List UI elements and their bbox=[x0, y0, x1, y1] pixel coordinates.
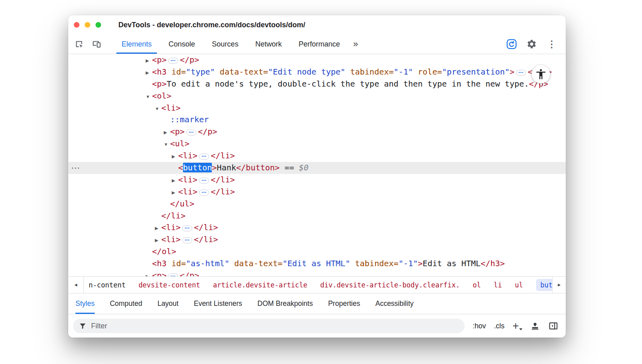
dom-tree-row-selected[interactable]: ⋯<button>Hank</button> == $0 bbox=[68, 162, 566, 174]
code-token-val: "type" bbox=[186, 67, 215, 77]
expand-ellipsis-icon[interactable]: ••• bbox=[182, 225, 192, 231]
tab-computed[interactable]: Computed bbox=[110, 293, 142, 314]
dom-tree-row[interactable]: ▼<li> bbox=[68, 102, 566, 114]
window-title: DevTools - developer.chrome.com/docs/dev… bbox=[118, 21, 305, 29]
devtools-window: DevTools - developer.chrome.com/docs/dev… bbox=[68, 15, 566, 338]
expand-ellipsis-icon[interactable]: ••• bbox=[199, 178, 209, 184]
dom-tree-row[interactable]: <p>To edit a node's type, double-click t… bbox=[68, 78, 566, 90]
code-token-tag: <li> bbox=[161, 103, 181, 113]
settings-gear-icon[interactable] bbox=[526, 34, 538, 54]
dom-tree-row[interactable]: </ol> bbox=[68, 246, 566, 258]
disclosure-right-icon[interactable]: ▶ bbox=[172, 151, 178, 163]
element-classes-button[interactable]: .cls bbox=[494, 322, 504, 330]
more-panels-icon[interactable]: » bbox=[349, 34, 362, 54]
dom-tree-row[interactable]: ▶<li>•••</li> bbox=[68, 150, 566, 162]
dom-tree-row[interactable]: ▶<li>•••</li> bbox=[68, 234, 566, 246]
row-more-actions-icon[interactable]: ⋯ bbox=[71, 162, 80, 174]
dom-tree-row[interactable]: </li> bbox=[68, 210, 566, 222]
dom-tree-row[interactable]: </ul> bbox=[68, 198, 566, 210]
code-token-tag: <p> bbox=[152, 271, 167, 276]
disclosure-down-icon[interactable]: ▼ bbox=[146, 91, 152, 103]
breadcrumb-item-ol[interactable]: ol bbox=[473, 281, 481, 289]
code-token-tag: <ul> bbox=[170, 139, 189, 148]
main-toolbar: ElementsConsoleSourcesNetworkPerformance… bbox=[68, 34, 566, 54]
code-token-attr: data-text= bbox=[230, 259, 282, 268]
breadcrumb-item-ul[interactable]: ul bbox=[515, 281, 523, 289]
dom-tree-row[interactable]: ▶<li>•••</li> bbox=[68, 222, 566, 234]
dom-tree-row[interactable]: ▶<p>•••</p> bbox=[68, 270, 566, 276]
disclosure-right-icon[interactable]: ▶ bbox=[155, 222, 161, 235]
rendering-emulations-icon[interactable] bbox=[530, 321, 540, 331]
dom-tree-row[interactable]: ▼<ol> bbox=[68, 90, 566, 102]
minimize-button[interactable] bbox=[85, 22, 90, 28]
expand-ellipsis-icon[interactable]: ••• bbox=[182, 237, 192, 243]
dom-tree-row[interactable]: ::marker bbox=[68, 114, 566, 126]
titlebar: DevTools - developer.chrome.com/docs/dev… bbox=[68, 15, 566, 34]
tab-console[interactable]: Console bbox=[163, 34, 200, 54]
code-token-val: "-1" bbox=[398, 259, 418, 268]
code-token-text: To edit a node's type, double-click the … bbox=[167, 79, 529, 89]
dom-tree-row[interactable]: ▶<p>•••</p> bbox=[68, 126, 566, 138]
disclosure-down-icon[interactable]: ▼ bbox=[155, 103, 161, 115]
dom-tree-row[interactable]: ▶<p>•••</p> bbox=[68, 54, 566, 66]
tab-accessibility[interactable]: Accessibility bbox=[375, 293, 413, 314]
new-style-rule-button[interactable]: + bbox=[512, 321, 519, 332]
dom-tree-row[interactable]: ▶<li>•••</li> bbox=[68, 186, 566, 198]
code-token-tag: </button> bbox=[236, 163, 280, 172]
tab-network[interactable]: Network bbox=[250, 34, 287, 54]
expand-ellipsis-icon[interactable]: ••• bbox=[168, 58, 178, 64]
tab-performance[interactable]: Performance bbox=[293, 34, 345, 54]
disclosure-down-icon[interactable]: ▼ bbox=[164, 139, 170, 151]
breadcrumb-item-article-devsite-article[interactable]: article.devsite-article bbox=[213, 281, 307, 289]
code-token-val: "presentation" bbox=[442, 67, 510, 77]
sidebar-toggle-icon[interactable] bbox=[548, 321, 559, 331]
breadcrumb-scroll-right-icon[interactable]: ▶ bbox=[552, 277, 566, 293]
more-options-icon[interactable]: ⋮ bbox=[546, 34, 558, 54]
tab-elements[interactable]: Elements bbox=[116, 34, 157, 54]
disclosure-right-icon[interactable]: ▶ bbox=[146, 67, 152, 79]
tab-dom-breakpoints[interactable]: DOM Breakpoints bbox=[258, 293, 313, 314]
expand-ellipsis-icon[interactable]: ••• bbox=[199, 154, 209, 160]
code-token-tag: <li> bbox=[178, 187, 197, 196]
toggle-element-state-button[interactable]: :hov bbox=[473, 322, 486, 330]
disclosure-right-icon[interactable]: ▶ bbox=[172, 187, 178, 199]
dom-tree-row[interactable]: <h3 id="as-html" data-text="Edit as HTML… bbox=[68, 258, 566, 270]
accessibility-overlay-icon[interactable] bbox=[532, 65, 550, 83]
device-toolbar-icon[interactable] bbox=[91, 34, 103, 54]
filter-funnel-icon bbox=[79, 322, 87, 330]
code-token-tag: <li> bbox=[178, 175, 197, 184]
breadcrumb-item-button[interactable]: button bbox=[536, 279, 552, 291]
disclosure-right-icon[interactable]: ▶ bbox=[164, 127, 170, 139]
breadcrumb-item-devsite-content[interactable]: devsite-content bbox=[138, 281, 200, 289]
expand-ellipsis-icon[interactable]: ••• bbox=[516, 70, 526, 76]
dom-tree-row[interactable]: ▶<h3 id="type" data-text="Edit node type… bbox=[68, 66, 566, 78]
code-token-tag: <li> bbox=[161, 235, 181, 244]
disclosure-right-icon[interactable]: ▶ bbox=[146, 55, 152, 67]
tab-event-listeners[interactable]: Event Listeners bbox=[194, 293, 242, 314]
tab-layout[interactable]: Layout bbox=[157, 293, 179, 314]
styles-filter-input[interactable]: Filter bbox=[73, 319, 465, 333]
dom-tree-row[interactable]: ▶<li>•••</li> bbox=[68, 174, 566, 186]
inspect-element-icon[interactable] bbox=[73, 34, 85, 54]
reload-devtools-icon[interactable] bbox=[506, 34, 518, 54]
close-button[interactable] bbox=[74, 22, 79, 28]
breadcrumb-item-div-devsite-article-body-clearfix[interactable]: div.devsite-article-body.clearfix. bbox=[320, 281, 460, 289]
tab-styles[interactable]: Styles bbox=[75, 293, 95, 314]
breadcrumb-scroll-left-icon[interactable]: ◀ bbox=[68, 277, 84, 293]
disclosure-right-icon[interactable]: ▶ bbox=[155, 235, 161, 247]
disclosure-right-icon[interactable]: ▶ bbox=[146, 271, 152, 276]
expand-ellipsis-icon[interactable]: ••• bbox=[199, 190, 209, 196]
breadcrumb-item-li[interactable]: li bbox=[494, 281, 502, 289]
expand-ellipsis-icon[interactable]: ••• bbox=[168, 273, 178, 276]
panel-tabs: ElementsConsoleSourcesNetworkPerformance bbox=[113, 34, 348, 54]
breadcrumb-item-n-content[interactable]: n-content bbox=[89, 281, 126, 289]
code-token-tag: </p> bbox=[180, 271, 199, 276]
code-token-tag: <p> bbox=[152, 79, 167, 89]
tab-properties[interactable]: Properties bbox=[328, 293, 360, 314]
code-token-attr: data-text= bbox=[215, 67, 268, 77]
zoom-button[interactable] bbox=[95, 22, 101, 28]
disclosure-right-icon[interactable]: ▶ bbox=[172, 175, 178, 187]
expand-ellipsis-icon[interactable]: ••• bbox=[186, 129, 196, 135]
tab-sources[interactable]: Sources bbox=[207, 34, 244, 54]
dom-tree-row[interactable]: ▼<ul> bbox=[68, 138, 566, 150]
